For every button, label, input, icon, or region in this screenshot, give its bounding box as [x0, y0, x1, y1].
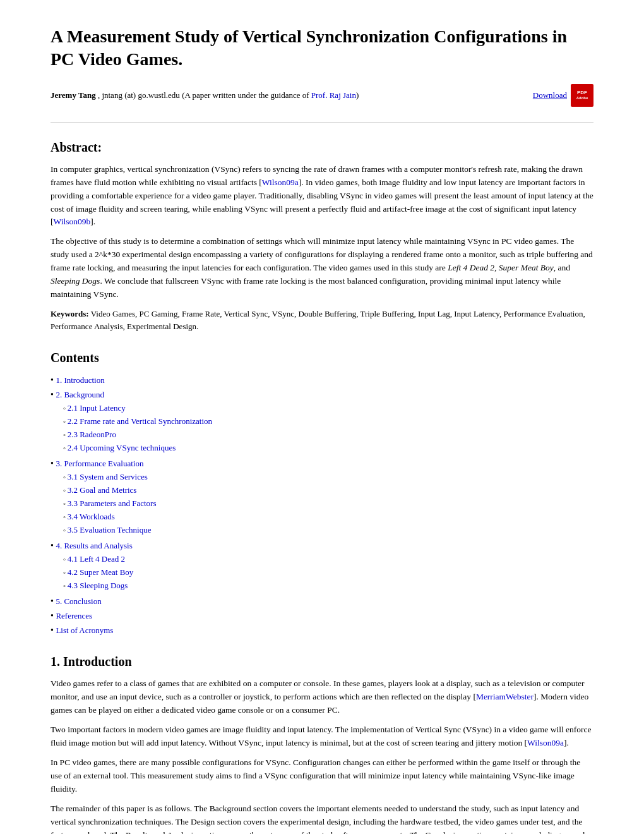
contents-sublist-3: 3.1 System and Services 3.2 Goal and Met…	[51, 470, 593, 536]
advisor-link[interactable]: Prof. Raj Jain	[311, 90, 356, 100]
keywords: Keywords: Video Games, PC Gaming, Frame …	[51, 308, 593, 333]
contents-link-references[interactable]: References	[56, 611, 92, 620]
contents-item-3-1: 3.1 System and Services	[63, 470, 593, 483]
contents-link-background[interactable]: 2. Background	[56, 390, 104, 399]
pdf-icon: PDF Adobe	[571, 84, 593, 107]
contents-link-acronyms[interactable]: List of Acronyms	[56, 626, 113, 635]
contents-link-2-1[interactable]: 2.1 Input Latency	[68, 403, 126, 413]
contents-link-conclusion[interactable]: 5. Conclusion	[56, 596, 101, 606]
contents-link-3-1[interactable]: 3.1 System and Services	[68, 472, 148, 481]
contents-link-3-3[interactable]: 3.3 Parameters and Factors	[68, 499, 157, 508]
contents-link-2-3[interactable]: 2.3 RadeonPro	[68, 430, 116, 439]
contents-list: 1. Introduction 2. Background 2.1 Input …	[51, 373, 593, 637]
author-email: , jntang (at) go.wustl.edu (A paper writ…	[98, 90, 311, 100]
contents-section: 1. Introduction 2. Background 2.1 Input …	[51, 373, 593, 637]
main-title: A Measurement Study of Vertical Synchron…	[51, 25, 593, 71]
contents-item-1: 1. Introduction	[51, 373, 593, 387]
contents-item-3-3: 3.3 Parameters and Factors	[63, 497, 593, 510]
intro-p1: Video games refer to a class of games th…	[51, 677, 593, 717]
contents-link-3-4[interactable]: 3.4 Workloads	[68, 512, 115, 521]
contents-item-3: 3. Performance Evaluation 3.1 System and…	[51, 457, 593, 536]
author-section: Jeremy Tang , jntang (at) go.wustl.edu (…	[51, 84, 593, 107]
contents-link-perf[interactable]: 3. Performance Evaluation	[56, 459, 143, 468]
contents-sublist-4: 4.1 Left 4 Dead 2 4.2 Super Meat Boy 4.3…	[51, 552, 593, 592]
contents-item-4-2: 4.2 Super Meat Boy	[63, 565, 593, 579]
contents-link-intro[interactable]: 1. Introduction	[56, 375, 104, 385]
ref-wilson09a-2[interactable]: Wilson09a	[527, 738, 564, 747]
contents-title: Contents	[51, 348, 593, 367]
contents-item-4-3: 4.3 Sleeping Dogs	[63, 579, 593, 592]
contents-item-3-5: 3.5 Evaluation Technique	[63, 523, 593, 536]
contents-item-acronyms: List of Acronyms	[51, 624, 593, 637]
contents-link-3-2[interactable]: 3.2 Goal and Metrics	[68, 485, 137, 495]
download-link[interactable]: Download	[533, 89, 567, 102]
page-container: A Measurement Study of Vertical Synchron…	[19, 0, 625, 834]
contents-item-2-1: 2.1 Input Latency	[63, 401, 593, 414]
contents-link-4-1[interactable]: 4.1 Left 4 Dead 2	[68, 554, 125, 564]
contents-item-2-3: 2.3 RadeonPro	[63, 428, 593, 441]
contents-link-4-2[interactable]: 4.2 Super Meat Boy	[68, 567, 134, 577]
intro-p4: The remainder of this paper is as follow…	[51, 802, 593, 834]
ref-wilson09a-1[interactable]: Wilson09a	[262, 178, 299, 187]
contents-item-4-1: 4.1 Left 4 Dead 2	[63, 552, 593, 565]
ref-merriamwebster[interactable]: MerriamWebster	[476, 692, 534, 701]
contents-sublist-2: 2.1 Input Latency 2.2 Frame rate and Ver…	[51, 401, 593, 454]
contents-item-5: 5. Conclusion	[51, 595, 593, 608]
contents-link-3-5[interactable]: 3.5 Evaluation Technique	[68, 525, 152, 535]
contents-item-ref: References	[51, 609, 593, 622]
abstract-p2: The objective of this study is to determ…	[51, 235, 593, 301]
ref-wilson09b-1[interactable]: Wilson09b	[54, 217, 91, 226]
contents-item-3-4: 3.4 Workloads	[63, 510, 593, 523]
contents-item-2-2: 2.2 Frame rate and Vertical Synchronizat…	[63, 414, 593, 428]
contents-link-4-3[interactable]: 4.3 Sleeping Dogs	[68, 581, 128, 590]
contents-item-3-2: 3.2 Goal and Metrics	[63, 483, 593, 497]
author-info: Jeremy Tang , jntang (at) go.wustl.edu (…	[51, 89, 359, 102]
abstract-p1: In computer graphics, vertical synchroni…	[51, 163, 593, 229]
contents-item-4: 4. Results and Analysis 4.1 Left 4 Dead …	[51, 539, 593, 592]
contents-link-2-4[interactable]: 2.4 Upcoming VSync techniques	[68, 443, 176, 452]
contents-item-2: 2. Background 2.1 Input Latency 2.2 Fram…	[51, 388, 593, 454]
author-name: Jeremy Tang	[51, 90, 96, 100]
intro-p2: Two important factors in modern video ga…	[51, 723, 593, 750]
divider-1	[51, 122, 593, 123]
intro-title: 1. Introduction	[51, 652, 593, 671]
contents-link-results[interactable]: 4. Results and Analysis	[56, 541, 132, 550]
download-section: Download PDF Adobe	[533, 84, 593, 107]
contents-link-2-2[interactable]: 2.2 Frame rate and Vertical Synchronizat…	[68, 416, 212, 426]
intro-p3: In PC video games, there are many possib…	[51, 756, 593, 796]
abstract-title: Abstract:	[51, 138, 593, 157]
contents-item-2-4: 2.4 Upcoming VSync techniques	[63, 441, 593, 454]
